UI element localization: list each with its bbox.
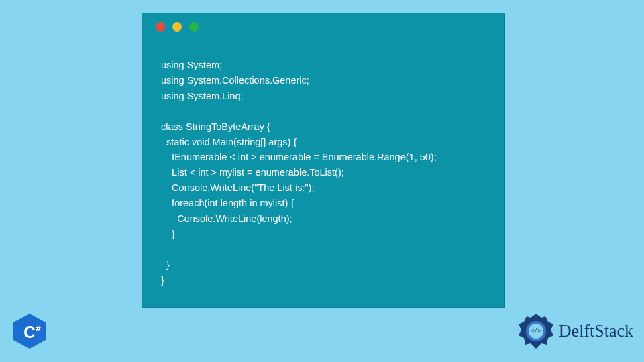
delftstack-logo: </> DelftStack bbox=[516, 311, 633, 351]
svg-text:C: C bbox=[23, 323, 35, 341]
code-content: using System; using System.Collections.G… bbox=[142, 40, 504, 302]
minimize-icon bbox=[172, 22, 182, 32]
delftstack-emblem-icon: </> bbox=[516, 311, 556, 351]
code-window: using System; using System.Collections.G… bbox=[142, 13, 505, 308]
csharp-logo-icon: C # bbox=[11, 312, 48, 350]
delftstack-label: DelftStack bbox=[559, 321, 633, 341]
svg-text:#: # bbox=[36, 323, 41, 333]
svg-text:</>: </> bbox=[531, 328, 541, 334]
maximize-icon bbox=[189, 22, 199, 32]
close-icon bbox=[156, 22, 165, 32]
window-titlebar bbox=[142, 13, 504, 40]
